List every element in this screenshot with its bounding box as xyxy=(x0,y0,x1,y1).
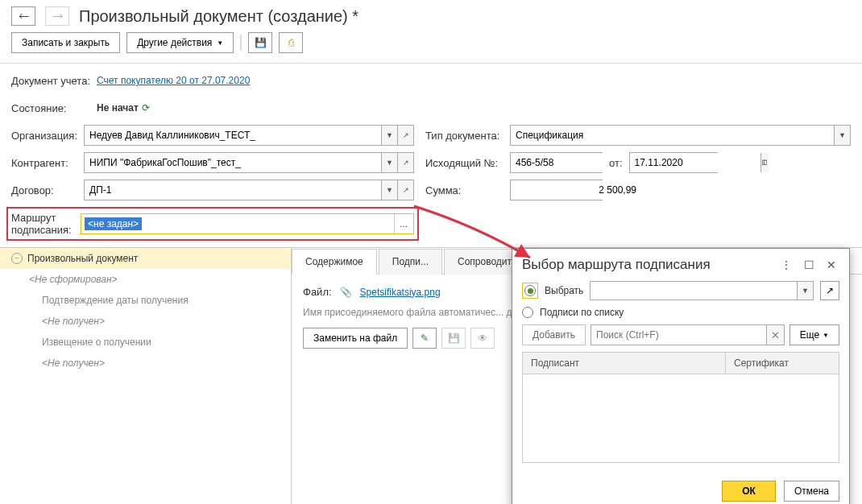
clear-search-button[interactable]: ✕ xyxy=(766,325,784,345)
route-label: Маршрут подписания: xyxy=(11,212,81,236)
save-icon-button[interactable]: 💾 xyxy=(248,32,272,53)
tab-signatures[interactable]: Подпи... xyxy=(379,249,442,275)
org-label: Организация: xyxy=(11,130,84,142)
route-select-input[interactable] xyxy=(591,282,797,300)
open-icon[interactable]: ↗ xyxy=(397,126,413,145)
sum-input[interactable] xyxy=(511,180,641,200)
edit-file-button[interactable]: ✎ xyxy=(412,328,437,349)
contract-label: Договор: xyxy=(11,184,84,196)
doc-account-label: Документ учета: xyxy=(11,75,97,87)
search-field[interactable]: ✕ xyxy=(591,324,785,345)
ok-button[interactable]: ОК xyxy=(722,481,776,502)
date-input[interactable] xyxy=(630,153,760,172)
route-select-field[interactable]: ▼ xyxy=(590,281,814,300)
chevron-down-icon: ▼ xyxy=(823,332,829,339)
calendar-icon[interactable]: 🗓 xyxy=(760,153,769,172)
radio-select-label: Выбрать xyxy=(545,285,583,296)
tree-item-receipt-status: <Не получен> xyxy=(0,353,291,374)
counterparty-field[interactable]: ▼ ↗ xyxy=(84,152,414,173)
page-title: Произвольный документ (создание) * xyxy=(79,7,358,26)
tree-root[interactable]: − Произвольный документ xyxy=(0,248,291,269)
out-no-field[interactable] xyxy=(510,152,603,173)
cancel-button[interactable]: Отмена xyxy=(784,481,839,502)
doctype-label: Тип документа: xyxy=(425,130,510,142)
file-link[interactable]: Spetsifikatsiya.png xyxy=(360,287,441,298)
open-icon[interactable]: ↗ xyxy=(820,281,839,300)
col-signer: Подписант xyxy=(523,353,726,374)
tab-content[interactable]: Содержимое xyxy=(292,249,377,275)
structure-icon-button[interactable]: ⎙ xyxy=(279,32,303,53)
tree-item-receipt[interactable]: Извещение о получении xyxy=(0,332,291,353)
tree-item-confirm-status: <Не получен> xyxy=(0,311,291,332)
add-button[interactable]: Добавить xyxy=(522,324,586,345)
nav-back-button[interactable]: 🡐 xyxy=(11,6,35,26)
file-label: Файл: xyxy=(303,286,332,298)
search-input[interactable] xyxy=(591,329,766,341)
col-cert: Сертификат xyxy=(726,353,839,374)
org-field[interactable]: ▼ ↗ xyxy=(84,125,414,146)
counterparty-input[interactable] xyxy=(85,153,381,172)
counterparty-label: Контрагент: xyxy=(11,157,84,169)
radio-list-label: Подписи по списку xyxy=(540,307,624,318)
attachment-icon: 📎 xyxy=(340,287,352,298)
sum-field[interactable] xyxy=(510,180,603,200)
dialog-title: Выбор маршрута подписания xyxy=(522,257,772,273)
tree-item-confirm[interactable]: Подтверждение даты получения xyxy=(0,290,291,311)
open-icon[interactable]: ↗ xyxy=(397,180,413,200)
chevron-down-icon: ▼ xyxy=(217,39,223,47)
state-label: Состояние: xyxy=(11,102,97,114)
signers-table-body xyxy=(522,374,839,463)
doc-account-link[interactable]: Счет покупателю 20 от 27.07.2020 xyxy=(97,75,250,86)
dialog-menu-button[interactable]: ⋮ xyxy=(778,257,794,273)
dropdown-icon[interactable]: ▼ xyxy=(381,153,397,172)
sum-label: Сумма: xyxy=(425,184,510,196)
org-input[interactable] xyxy=(85,126,381,145)
date-field[interactable]: 🗓 xyxy=(629,152,718,173)
open-icon[interactable]: ↗ xyxy=(397,153,413,172)
collapse-icon[interactable]: − xyxy=(11,253,23,264)
view-file-button[interactable]: 👁 xyxy=(470,328,495,349)
refresh-icon[interactable]: ⟳ xyxy=(142,102,150,114)
replace-file-button[interactable]: Заменить на файл xyxy=(303,328,408,349)
save-close-button[interactable]: Записать и закрыть xyxy=(11,32,120,53)
more-button[interactable]: Еще ▼ xyxy=(789,324,839,345)
date-from-label: от: xyxy=(609,157,623,169)
tree-root-status: <Не сформирован> xyxy=(0,269,291,290)
save-file-button[interactable]: 💾 xyxy=(441,328,466,349)
radio-list[interactable] xyxy=(522,307,533,318)
route-field[interactable]: <не задан> … xyxy=(81,213,414,234)
dropdown-icon[interactable]: ▼ xyxy=(797,282,813,300)
nav-forward-button[interactable]: 🡒 xyxy=(45,6,69,26)
contract-field[interactable]: ▼ ↗ xyxy=(84,180,414,200)
dropdown-icon[interactable]: ▼ xyxy=(834,126,850,145)
dialog-maximize-button[interactable]: ☐ xyxy=(801,257,817,273)
route-selection-dialog: Выбор маршрута подписания ⋮ ☐ ✕ Выбрать … xyxy=(512,248,850,504)
route-value: <не задан> xyxy=(85,217,142,230)
out-no-label: Исходящий №: xyxy=(425,157,510,169)
doctype-field[interactable]: ▼ xyxy=(510,125,851,146)
ellipsis-button[interactable]: … xyxy=(394,214,413,233)
document-tree: − Произвольный документ <Не сформирован>… xyxy=(0,247,292,504)
dialog-close-button[interactable]: ✕ xyxy=(823,257,839,273)
dropdown-icon[interactable]: ▼ xyxy=(381,180,397,200)
doctype-input[interactable] xyxy=(511,126,834,145)
contract-input[interactable] xyxy=(85,180,381,200)
radio-select[interactable] xyxy=(524,285,536,296)
dropdown-icon[interactable]: ▼ xyxy=(381,126,397,145)
state-value: Не начат xyxy=(97,102,139,114)
other-actions-button[interactable]: Другие действия ▼ xyxy=(126,32,234,53)
signers-table-header: Подписант Сертификат xyxy=(522,352,839,374)
